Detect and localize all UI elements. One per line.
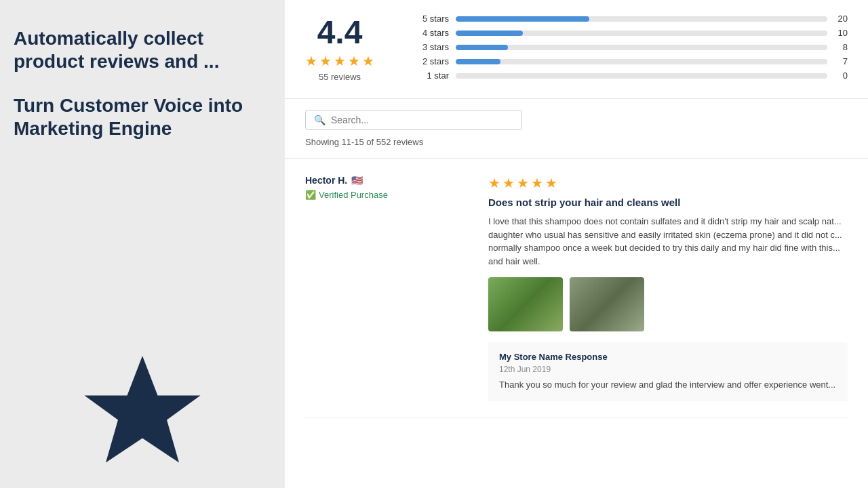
review-stars: ★ ★ ★ ★ ★ (488, 175, 848, 191)
bar-fill-4 (456, 30, 523, 36)
bar-label-5: 5 stars (415, 14, 449, 24)
bar-count-4: 10 (834, 28, 848, 38)
bar-row-1: 1 star 0 (415, 70, 848, 81)
review-images (488, 277, 848, 331)
showing-text: Showing 11-15 of 552 reviews (305, 137, 848, 147)
star-half: ★ (362, 53, 374, 69)
rating-summary: 4.4 ★ ★ ★ ★ ★ 55 reviews 5 stars 20 4 st… (285, 0, 868, 99)
search-wrapper[interactable]: 🔍 (305, 110, 522, 130)
review-right: ★ ★ ★ ★ ★ Does not strip your hair and c… (488, 175, 848, 401)
star-4: ★ (348, 53, 360, 69)
review-text: I love that this shampoo does not contai… (488, 215, 848, 268)
search-input[interactable] (331, 115, 513, 125)
reviewer-name: Hector H. 🇺🇸 (305, 175, 468, 186)
bar-label-4: 4 stars (415, 28, 449, 38)
bar-track-4 (456, 30, 827, 36)
bar-count-3: 8 (834, 42, 848, 52)
bar-fill-3 (456, 45, 508, 50)
bar-count-5: 20 (834, 14, 848, 24)
store-response-text: Thank you so much for your review and gl… (499, 378, 837, 392)
overall-number: 4.4 (317, 16, 363, 49)
heading-collect: Automatically collect product reviews an… (14, 27, 271, 73)
verified-badge: ✅ Verified Purchase (305, 190, 468, 200)
overall-rating: 4.4 ★ ★ ★ ★ ★ 55 reviews (305, 16, 374, 82)
flag-icon: 🇺🇸 (351, 175, 363, 186)
bar-row-3: 3 stars 8 (415, 42, 848, 52)
star-3: ★ (334, 53, 346, 69)
rev-star-1: ★ (488, 175, 500, 191)
bar-fill-5 (456, 16, 589, 22)
reviews-container: Hector H. 🇺🇸 ✅ Verified Purchase ★ ★ ★ ★… (285, 159, 868, 488)
rev-star-3: ★ (517, 175, 529, 191)
rev-star-5: ★ (545, 175, 557, 191)
bar-track-5 (456, 16, 827, 22)
review-item: Hector H. 🇺🇸 ✅ Verified Purchase ★ ★ ★ ★… (305, 159, 848, 418)
bar-fill-2 (456, 59, 500, 64)
store-response-title: My Store Name Response (499, 352, 837, 362)
stars-display: ★ ★ ★ ★ ★ (305, 53, 374, 69)
search-icon: 🔍 (314, 115, 326, 125)
plant-image (488, 277, 563, 331)
review-left: Hector H. 🇺🇸 ✅ Verified Purchase (305, 175, 468, 401)
bar-row-4: 4 stars 10 (415, 28, 848, 38)
review-count: 55 reviews (319, 72, 361, 82)
store-response: My Store Name Response 12th Jun 2019 Tha… (488, 342, 848, 401)
rating-bars: 5 stars 20 4 stars 10 3 stars 8 (415, 14, 848, 85)
bar-label-2: 2 stars (415, 56, 449, 66)
rev-star-4: ★ (531, 175, 543, 191)
bar-row-5: 5 stars 20 (415, 14, 848, 24)
bar-track-3 (456, 45, 827, 50)
svg-marker-0 (85, 356, 201, 463)
store-response-date: 12th Jun 2019 (499, 365, 837, 374)
check-icon: ✅ (305, 190, 316, 200)
bar-track-1 (456, 73, 827, 79)
bar-row-2: 2 stars 7 (415, 56, 848, 66)
star-decoration (81, 350, 203, 474)
review-title: Does not strip your hair and cleans well (488, 197, 848, 208)
review-image-2 (570, 277, 644, 331)
star-1: ★ (305, 53, 317, 69)
bottle-image (570, 277, 644, 331)
rev-star-2: ★ (502, 175, 515, 191)
bar-count-2: 7 (834, 56, 848, 66)
search-area: 🔍 Showing 11-15 of 552 reviews (285, 99, 868, 159)
bar-track-2 (456, 59, 827, 64)
star-2: ★ (319, 53, 332, 69)
left-panel: Automatically collect product reviews an… (0, 0, 285, 488)
heading-marketing: Turn Customer Voice into Marketing Engin… (14, 94, 271, 140)
bar-label-3: 3 stars (415, 42, 449, 52)
bar-count-1: 0 (834, 70, 848, 81)
right-panel: 4.4 ★ ★ ★ ★ ★ 55 reviews 5 stars 20 4 st… (285, 0, 868, 488)
bar-label-1: 1 star (415, 70, 449, 81)
review-image-1 (488, 277, 563, 331)
